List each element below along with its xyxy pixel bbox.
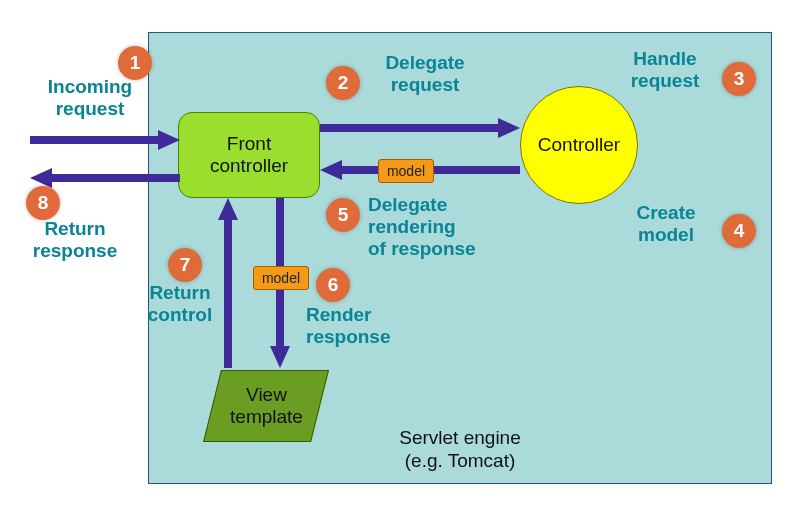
label-delegate-rendering-text: Delegaterenderingof response <box>368 194 476 259</box>
label-incoming-text: Incomingrequest <box>48 76 132 119</box>
badge-3: 3 <box>722 62 756 96</box>
engine-caption-line1: Servlet engine <box>399 427 520 448</box>
svg-marker-1 <box>158 130 180 150</box>
svg-marker-5 <box>498 118 520 138</box>
model-tag-render-label: model <box>262 270 300 286</box>
label-delegate-rendering: Delegaterenderingof response <box>368 194 498 260</box>
label-handle-request: Handlerequest <box>620 48 710 92</box>
label-render-response: Renderresponse <box>306 304 416 348</box>
label-create-model: Createmodel <box>626 202 706 246</box>
view-template-label: Viewtemplate <box>230 384 303 428</box>
badge-1: 1 <box>118 46 152 80</box>
badge-5-num: 5 <box>338 204 349 226</box>
badge-5: 5 <box>326 198 360 232</box>
badge-2: 2 <box>326 66 360 100</box>
badge-7-num: 7 <box>180 254 191 276</box>
badge-8-num: 8 <box>38 192 49 214</box>
badge-1-num: 1 <box>130 52 141 74</box>
svg-marker-9 <box>270 346 290 368</box>
svg-marker-11 <box>218 198 238 220</box>
label-delegate-request-text: Delegaterequest <box>385 52 464 95</box>
model-tag-rendering: model <box>378 159 434 183</box>
label-create-model-text: Createmodel <box>636 202 695 245</box>
front-controller-node: Frontcontroller <box>178 112 320 198</box>
svg-marker-3 <box>30 168 52 188</box>
label-incoming: Incomingrequest <box>40 76 140 120</box>
badge-6: 6 <box>316 268 350 302</box>
badge-4: 4 <box>722 214 756 248</box>
arrow-return-control <box>218 198 238 368</box>
badge-6-num: 6 <box>328 274 339 296</box>
controller-label: Controller <box>538 134 620 156</box>
badge-7: 7 <box>168 248 202 282</box>
view-template-node: Viewtemplate <box>203 370 329 442</box>
svg-marker-7 <box>320 160 342 180</box>
label-render-response-text: Renderresponse <box>306 304 390 347</box>
badge-8: 8 <box>26 186 60 220</box>
label-return-response-text: Returnresponse <box>33 218 117 261</box>
arrow-return-response <box>30 168 180 188</box>
label-return-control-text: Returncontrol <box>148 282 212 325</box>
label-return-response: Returnresponse <box>20 218 130 262</box>
front-controller-label: Frontcontroller <box>210 133 288 177</box>
arrow-incoming <box>30 130 180 150</box>
arrow-delegate-request <box>320 118 520 138</box>
label-handle-request-text: Handlerequest <box>631 48 700 91</box>
diagram-canvas: Servlet engine (e.g. Tomcat) Frontcontro… <box>0 0 809 511</box>
badge-3-num: 3 <box>734 68 745 90</box>
badge-2-num: 2 <box>338 72 349 94</box>
badge-4-num: 4 <box>734 220 745 242</box>
engine-caption-line2: (e.g. Tomcat) <box>405 450 516 471</box>
label-return-control: Returncontrol <box>140 282 220 326</box>
label-delegate-request: Delegaterequest <box>370 52 480 96</box>
model-tag-rendering-label: model <box>387 163 425 179</box>
model-tag-render: model <box>253 266 309 290</box>
controller-node: Controller <box>520 86 638 204</box>
